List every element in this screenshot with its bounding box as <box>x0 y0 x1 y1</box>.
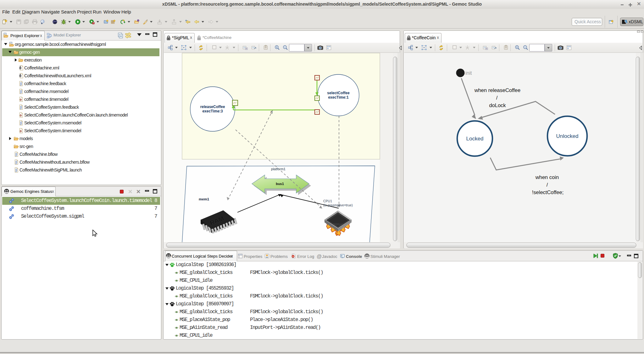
svg-text:/: / <box>547 182 548 188</box>
svg-text:/: / <box>496 95 498 101</box>
svg-text:Unlocked: Unlocked <box>556 133 579 139</box>
svg-text:doLock: doLock <box>489 102 506 108</box>
svg-text:releaseCoffee: releaseCoffee <box>200 105 225 109</box>
svg-text:execTime:1: execTime:1 <box>328 95 348 100</box>
svg-text:(is preemptive=true): (is preemptive=true) <box>323 203 353 207</box>
svg-text:CPU1: CPU1 <box>323 199 332 203</box>
svg-text:HT0000: HT0000 <box>333 223 343 226</box>
svg-text:mem1: mem1 <box>199 197 209 201</box>
svg-text:execTime:3: execTime:3 <box>202 109 223 113</box>
svg-text:platform1: platform1 <box>271 167 286 171</box>
svg-text:when coin: when coin <box>535 174 559 180</box>
svg-text:when releaseCoffee: when releaseCoffee <box>474 87 520 93</box>
svg-text:selectCoffee: selectCoffee <box>327 91 350 95</box>
svg-text:bus1: bus1 <box>276 182 284 186</box>
svg-text:Locked: Locked <box>466 136 484 142</box>
svg-text:init: init <box>465 70 472 76</box>
svg-text:!selectCoffee;: !selectCoffee; <box>532 189 564 195</box>
svg-text:6: 6 <box>270 110 273 115</box>
